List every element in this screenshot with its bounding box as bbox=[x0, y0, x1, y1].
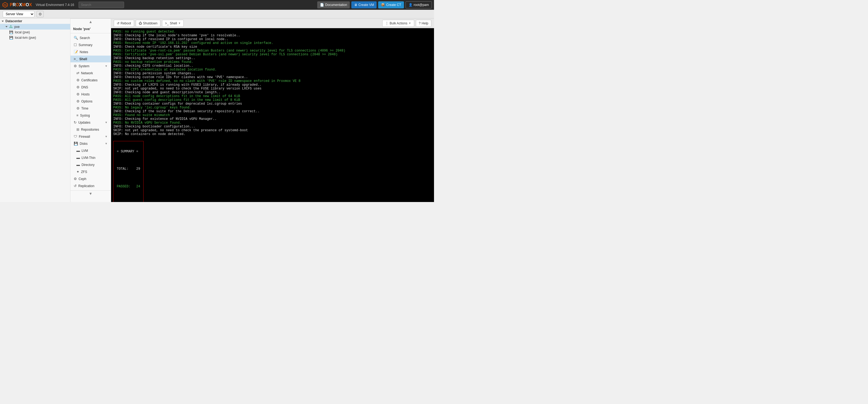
summary-title: = SUMMARY = bbox=[117, 150, 138, 153]
pve-node-icon: 🖧 bbox=[9, 25, 13, 29]
serverbar: Server View ⚙ bbox=[0, 10, 434, 19]
cert-icon: ⚙ bbox=[76, 78, 80, 82]
node-action-syslog[interactable]: ≡ Syslog bbox=[70, 112, 111, 119]
term-line-1: INFO: Checking if the local node's hostn… bbox=[113, 34, 240, 37]
term-line-0: PASS: no running guest detected. bbox=[113, 30, 176, 34]
lvm-icon: ▬ bbox=[76, 149, 80, 153]
term-line-23: INFO: Checking for existence of NVIDIA v… bbox=[113, 117, 217, 121]
bulk-actions-button[interactable]: ⋮ Bulk Actions ▼ bbox=[382, 20, 414, 27]
action-label: Time bbox=[81, 107, 88, 110]
shutdown-button[interactable]: ⏻ Shutdown bbox=[136, 20, 160, 27]
scroll-up-arrow[interactable]: ▲ bbox=[70, 19, 111, 25]
node-action-directory[interactable]: ▬ Directory bbox=[70, 161, 111, 168]
term-line-7: INFO: Checking backup retention settings… bbox=[113, 56, 195, 60]
node-action-summary[interactable]: ☐ Summary bbox=[70, 41, 111, 48]
action-label: ZFS bbox=[81, 170, 87, 174]
node-action-notes[interactable]: 📝 Notes bbox=[70, 49, 111, 55]
disk-icon: 💾 bbox=[9, 36, 13, 39]
action-label: Firewall bbox=[79, 135, 90, 139]
scroll-down-arrow[interactable]: ▼ bbox=[70, 190, 111, 197]
node-action-zfs[interactable]: ✦ ZFS bbox=[70, 168, 111, 175]
node-action-updates[interactable]: ↻ Updates ▼ bbox=[70, 119, 111, 126]
repos-icon: ⊞ bbox=[76, 127, 80, 132]
updates-expand-icon: ▼ bbox=[105, 121, 107, 124]
node-action-time[interactable]: ⚙ Time bbox=[70, 105, 111, 112]
node-action-system[interactable]: ⚙ System ▼ bbox=[70, 63, 111, 69]
shutdown-icon: ⏻ bbox=[139, 22, 142, 25]
svg-text:PX: PX bbox=[3, 4, 7, 6]
action-label: Shell bbox=[80, 57, 87, 61]
node-action-certificates[interactable]: ⚙ Certificates bbox=[70, 77, 111, 84]
sidebar-item-local-lvm[interactable]: 💾 local-lvm (pve) bbox=[0, 35, 70, 40]
action-label: Search bbox=[80, 36, 90, 40]
action-label: Updates bbox=[78, 121, 91, 124]
ct-icon: 📦 bbox=[381, 3, 385, 7]
gear-icon: ⚙ bbox=[38, 12, 42, 16]
action-label: LVM-Thin bbox=[82, 156, 95, 160]
sidebar: Datacenter 🖧 pve 💾 local (pve) 💾 local-l… bbox=[0, 19, 70, 202]
node-action-disks[interactable]: 💾 Disks ▼ bbox=[70, 140, 111, 147]
search-input[interactable] bbox=[79, 2, 124, 8]
sidebar-item-datacenter[interactable]: Datacenter bbox=[0, 19, 70, 24]
term-line-5: PASS: Certificate 'pve-root-ca.pem' pass… bbox=[113, 49, 345, 53]
documentation-button[interactable]: 📄 Documentation bbox=[317, 1, 350, 8]
term-line-16: INFO: Checking node and guest descriptio… bbox=[113, 91, 220, 94]
datacenter-expand-icon bbox=[2, 21, 4, 22]
node-action-hosts[interactable]: ⚙ Hosts bbox=[70, 91, 111, 97]
settings-gear-button[interactable]: ⚙ bbox=[37, 11, 43, 17]
system-icon: ⚙ bbox=[74, 64, 77, 68]
zfs-icon: ✦ bbox=[76, 170, 80, 174]
sidebar-item-pve[interactable]: 🖧 pve bbox=[0, 24, 70, 30]
updates-icon: ↻ bbox=[74, 120, 77, 124]
options-icon: ⚙ bbox=[76, 99, 80, 103]
passed-label: PASSED: bbox=[117, 185, 130, 189]
lvm-thin-icon: ▬ bbox=[76, 156, 80, 160]
terminal[interactable]: PASS: no running guest detected. INFO: C… bbox=[111, 28, 434, 202]
shell-toolbar-button[interactable]: >_ Shell ▼ bbox=[162, 20, 184, 27]
term-line-27: SKIP: No containers on node detected. bbox=[113, 132, 185, 136]
firewall-expand-icon: ▼ bbox=[105, 135, 107, 138]
content-panel: ↺ Reboot ⏻ Shutdown >_ Shell ▼ ⋮ Bulk Ac… bbox=[111, 19, 434, 202]
disks-icon: 💾 bbox=[74, 142, 78, 146]
term-line-19: INFO: Checking container configs for dep… bbox=[113, 102, 242, 106]
node-action-network[interactable]: ⇄ Network bbox=[70, 70, 111, 77]
syslog-icon: ≡ bbox=[76, 113, 79, 117]
term-line-26: SKIP: not yet upgraded, no need to check… bbox=[113, 128, 248, 132]
action-label: Certificates bbox=[81, 78, 97, 82]
shell-icon: >_ bbox=[74, 57, 78, 61]
node-action-search[interactable]: 🔍 Search bbox=[70, 34, 111, 41]
node-action-replication[interactable]: ↺ Replication bbox=[70, 182, 111, 189]
node-action-ceph[interactable]: ⚙ Ceph bbox=[70, 175, 111, 182]
action-label: System bbox=[79, 64, 89, 68]
ve-version: Virtual Environment 7.4-16 bbox=[36, 3, 74, 7]
help-button[interactable]: ? Help bbox=[416, 20, 431, 27]
system-expand-icon: ▼ bbox=[105, 64, 107, 67]
create-ct-button[interactable]: 📦 Create CT bbox=[378, 1, 404, 8]
action-label: Ceph bbox=[79, 177, 86, 181]
node-action-options[interactable]: ⚙ Options bbox=[70, 98, 111, 105]
server-view-select[interactable]: Server View bbox=[3, 11, 34, 17]
node-action-lvm-thin[interactable]: ▬ LVM-Thin bbox=[70, 154, 111, 161]
action-label: Syslog bbox=[80, 114, 90, 117]
sidebar-item-local-pve[interactable]: 💾 local (pve) bbox=[0, 30, 70, 35]
node-action-repositories[interactable]: ⊞ Repositories bbox=[70, 126, 111, 133]
time-icon: ⚙ bbox=[76, 106, 80, 110]
node-action-dns[interactable]: ⚙ DNS bbox=[70, 84, 111, 91]
bulk-dropdown-arrow: ▼ bbox=[408, 22, 411, 25]
user-icon: 👤 bbox=[408, 3, 412, 7]
node-action-shell[interactable]: >_ Shell bbox=[70, 56, 111, 62]
node-action-firewall[interactable]: 🛡 Firewall ▼ bbox=[70, 133, 111, 140]
term-line-6: PASS: Certificate 'pve-ssl.pem' passed D… bbox=[113, 53, 338, 56]
action-label: Repositories bbox=[81, 128, 99, 132]
reboot-button[interactable]: ↺ Reboot bbox=[114, 20, 134, 27]
term-line-10: PASS: no CIFS credentials at outdated lo… bbox=[113, 68, 217, 71]
node-action-lvm[interactable]: ▬ LVM bbox=[70, 147, 111, 154]
action-label: Disks bbox=[80, 142, 88, 146]
term-line-3: PASS: Resolved node IP '192.168.11.202' … bbox=[113, 41, 273, 45]
vm-icon: 🖥 bbox=[354, 3, 357, 7]
create-vm-button[interactable]: 🖥 Create VM bbox=[351, 1, 377, 8]
sidebar-item-label: Datacenter bbox=[5, 19, 22, 23]
term-line-24: PASS: No NVIDIA vGPU Service found. bbox=[113, 121, 182, 125]
notes-icon: 📝 bbox=[74, 50, 78, 54]
user-button[interactable]: 👤 root@pam bbox=[406, 1, 432, 8]
